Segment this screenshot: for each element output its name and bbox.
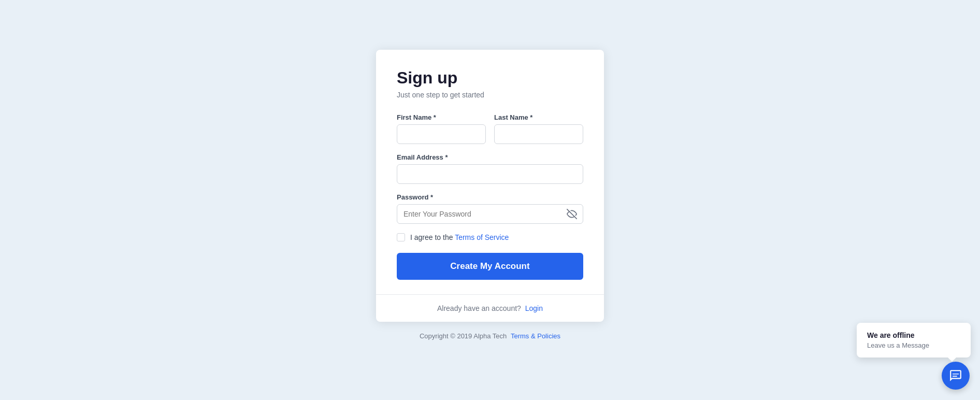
terms-checkbox[interactable] — [397, 233, 405, 241]
password-input[interactable] — [397, 204, 583, 224]
name-row: First Name * Last Name * — [397, 113, 583, 144]
terms-label[interactable]: I agree to the Terms of Service — [410, 233, 509, 241]
password-group: Password * — [397, 193, 583, 224]
page-wrapper: Sign up Just one step to get started Fir… — [0, 39, 980, 361]
signup-card: Sign up Just one step to get started Fir… — [376, 50, 604, 322]
card-body: Sign up Just one step to get started Fir… — [376, 50, 604, 294]
password-label: Password * — [397, 193, 583, 201]
terms-link[interactable]: Terms of Service — [455, 233, 509, 241]
last-name-label: Last Name * — [494, 113, 583, 121]
last-name-input[interactable] — [494, 124, 583, 144]
last-name-group: Last Name * — [494, 113, 583, 144]
page-title: Sign up — [397, 68, 583, 88]
toggle-password-button[interactable] — [567, 209, 577, 219]
chat-status-title: We are offline — [867, 331, 960, 339]
card-footer: Already have an account? Login — [376, 294, 604, 322]
chat-tooltip: We are offline Leave us a Message — [857, 323, 971, 358]
first-name-label: First Name * — [397, 113, 486, 121]
chat-status-text: Leave us a Message — [867, 341, 960, 349]
chat-bubble-button[interactable] — [942, 362, 970, 390]
login-link[interactable]: Login — [525, 304, 543, 312]
create-account-button[interactable]: Create My Account — [397, 253, 583, 280]
chat-icon — [949, 369, 962, 382]
terms-policies-link[interactable]: Terms & Policies — [511, 332, 560, 340]
password-wrapper — [397, 204, 583, 224]
terms-row: I agree to the Terms of Service — [397, 233, 583, 241]
first-name-group: First Name * — [397, 113, 486, 144]
page-subtitle: Just one step to get started — [397, 91, 583, 99]
copyright-text: Copyright © 2019 Alpha Tech Terms & Poli… — [420, 332, 560, 340]
footer-text: Already have an account? — [437, 304, 521, 312]
email-input[interactable] — [397, 164, 583, 184]
email-group: Email Address * — [397, 153, 583, 184]
eye-off-icon — [567, 209, 577, 219]
first-name-input[interactable] — [397, 124, 486, 144]
email-label: Email Address * — [397, 153, 583, 161]
